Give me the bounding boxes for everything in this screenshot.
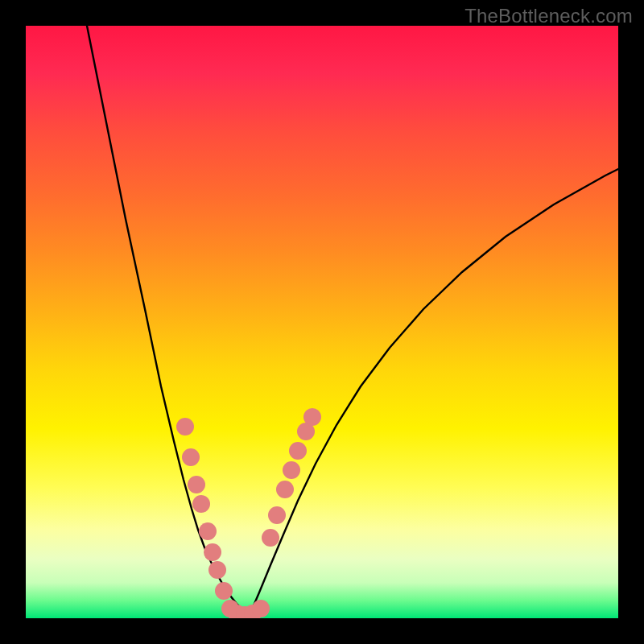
chart-svg — [26, 26, 618, 618]
data-marker — [268, 506, 286, 524]
data-marker — [283, 461, 300, 479]
data-marker — [208, 561, 226, 579]
data-marker — [303, 408, 321, 426]
marker-group — [176, 408, 321, 618]
watermark-text: TheBottleneck.com — [464, 5, 633, 27]
left-curve — [87, 26, 250, 615]
data-marker — [192, 495, 210, 513]
data-marker — [252, 600, 270, 617]
data-marker — [188, 476, 205, 493]
data-marker — [289, 442, 307, 460]
outer-frame: TheBottleneck.com — [0, 0, 644, 644]
right-curve — [250, 169, 618, 615]
plot-area — [26, 26, 618, 618]
data-marker — [199, 522, 217, 540]
data-marker — [182, 448, 200, 466]
data-marker — [204, 543, 221, 561]
data-marker — [262, 529, 279, 547]
data-marker — [176, 418, 194, 436]
data-marker — [276, 481, 294, 498]
data-marker — [215, 582, 233, 600]
